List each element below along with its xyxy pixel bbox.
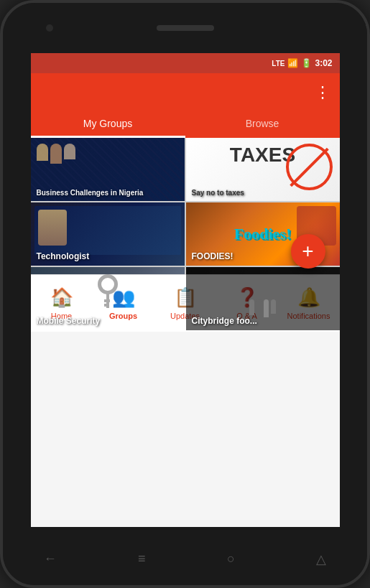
tabs-bar: My Groups Browse [31,109,340,138]
city-people [186,299,340,317]
group-label-foodies: FOODIES! [192,251,233,261]
speaker [157,25,214,31]
foodies-text: Foodies! [234,225,291,243]
group-item-taxes[interactable]: TAXES Say no to taxes [186,138,340,201]
phone-screen: LTE 📶 🔋 3:02 ⋮ My Groups Browse [31,53,340,527]
nav-label-groups: Groups [109,312,137,320]
phone-top-bezel [3,3,367,53]
app-header: ⋮ My Groups Browse [31,73,340,138]
status-bar: LTE 📶 🔋 3:02 [31,53,340,73]
status-icons: LTE 📶 🔋 3:02 [272,58,332,68]
key-visual [98,274,118,294]
hand-visual [38,210,67,246]
group-label-citybridge: Citybridge foo... [192,316,257,326]
group-label-taxes: Say no to taxes [192,189,244,197]
nav-item-home[interactable]: 🏠 Home [31,286,93,320]
group-label-business: Business Challenges in Nigeria [37,189,144,197]
signal-icon: 📶 [287,58,298,68]
overflow-menu-button[interactable]: ⋮ [315,83,331,102]
home-icon: 🏠 [50,286,73,309]
menu-button[interactable]: ≡ [138,551,146,566]
clock: 3:02 [315,58,332,68]
network-indicator: LTE [272,60,285,67]
group-label-technologist: Technologist [37,251,90,261]
front-camera [46,24,53,32]
phone-shell: LTE 📶 🔋 3:02 ⋮ My Groups Browse [0,0,370,588]
group-label-mobile-security: Mobile Security [37,316,101,326]
screen-content: Business Challenges in Nigeria TAXES Say… [31,138,340,332]
phone-bottom-bezel: ← ≡ ○ △ [3,527,367,588]
no-symbol [286,144,333,190]
search-button[interactable]: ○ [227,551,235,566]
group-item-technologist[interactable]: Technologist [31,202,185,266]
home-hw-button[interactable]: △ [316,551,326,567]
back-button[interactable]: ← [44,551,57,566]
group-item-citybridge[interactable]: Citybridge foo... [186,267,340,330]
group-item-business-challenges[interactable]: Business Challenges in Nigeria [31,138,185,201]
tab-browse[interactable]: Browse [185,109,340,138]
fab-add-button[interactable]: + [291,234,325,269]
business-figures [37,144,75,164]
battery-icon: 🔋 [301,58,312,68]
tab-my-groups[interactable]: My Groups [31,109,185,138]
